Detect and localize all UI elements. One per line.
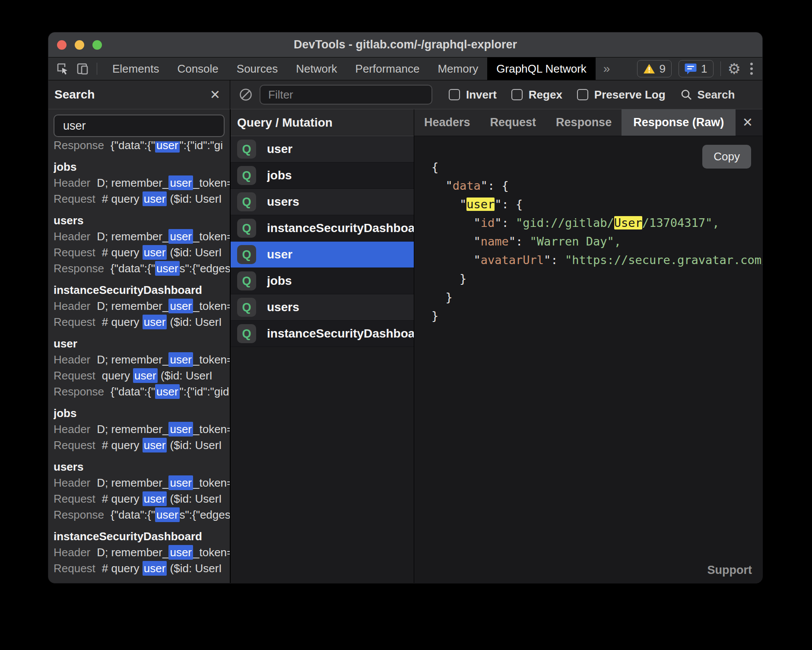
search-result-line[interactable]: users	[54, 459, 230, 475]
result-text: # query user ($id: UserI	[102, 562, 222, 575]
filter-input[interactable]	[260, 85, 432, 105]
result-field-label: Header	[54, 230, 90, 243]
search-result-line[interactable]: Request # query user ($id: UserI	[54, 561, 230, 577]
filter-checkbox[interactable]: Preserve Log	[577, 88, 666, 102]
search-input[interactable]	[54, 115, 225, 137]
result-text: D; remember_user_token=e	[97, 423, 230, 436]
search-result-line[interactable]: Request query user ($id: UserI	[54, 368, 230, 384]
result-field-label: Request	[54, 192, 95, 206]
detail-tab[interactable]: Response	[546, 109, 622, 136]
search-result-line[interactable]: jobs	[54, 159, 230, 175]
close-search-panel-icon[interactable]: ✕	[210, 89, 220, 101]
detail-tab[interactable]: Headers	[414, 109, 480, 136]
query-row[interactable]: Q users	[231, 189, 414, 215]
search-panel-title: Search	[54, 88, 95, 102]
kebab-menu-icon[interactable]	[748, 63, 755, 75]
filter-checkbox[interactable]: Regex	[511, 88, 562, 102]
query-row[interactable]: Q instanceSecurityDashboard	[231, 215, 414, 242]
search-result-line[interactable]: Request # query user ($id: UserI	[54, 245, 230, 261]
search-result-line[interactable]: Header D; remember_user_token=e	[54, 352, 230, 368]
query-row[interactable]: Q users	[231, 294, 414, 321]
inspect-element-icon[interactable]	[56, 62, 69, 75]
detail-tab[interactable]: Response (Raw)	[622, 109, 736, 136]
result-text: users	[54, 460, 83, 474]
search-result-line[interactable]: instanceSecurityDashboard	[54, 529, 230, 545]
checkbox-box[interactable]	[449, 89, 460, 100]
query-type-badge: Q	[237, 140, 256, 159]
query-type-badge: Q	[237, 298, 256, 317]
block-requests-icon[interactable]	[239, 88, 253, 102]
search-result-line[interactable]: Request # query user ($id: UserI	[54, 191, 230, 207]
network-search-button[interactable]: Search	[680, 88, 735, 102]
search-result-line[interactable]: Request # query user ($id: UserI	[54, 314, 230, 330]
result-field-label: Request	[54, 369, 95, 382]
checkbox-box[interactable]	[511, 89, 523, 100]
result-text: {"data":{"users":{"edges	[111, 508, 230, 522]
search-result-line[interactable]: Request # query user ($id: UserI	[54, 491, 230, 507]
result-field-label: Header	[54, 476, 90, 490]
search-result-line[interactable]: users	[54, 213, 230, 229]
window-title: DevTools - gitlab.com/-/graphql-explorer	[48, 32, 762, 57]
search-result-line[interactable]: Request # query user ($id: UserI	[54, 437, 230, 453]
result-text: {"data":{"user":{"id":"gid	[111, 385, 229, 398]
search-result-line[interactable]: user	[54, 336, 230, 352]
search-result-line[interactable]: jobs	[54, 405, 230, 421]
query-name: jobs	[267, 169, 292, 182]
search-result-line[interactable]: instanceSecurityDashboard	[54, 282, 230, 298]
query-type-badge: Q	[237, 324, 256, 343]
query-row[interactable]: Q jobs	[231, 268, 414, 294]
search-result-line[interactable]: Header D; remember_user_token=e	[54, 229, 230, 245]
detail-tab[interactable]: Request	[480, 109, 546, 136]
query-type-badge: Q	[237, 192, 256, 211]
devtools-window: DevTools - gitlab.com/-/graphql-explorer…	[48, 32, 763, 583]
result-text: D; remember_user_token=e	[97, 230, 230, 243]
devtools-tab[interactable]: Performance	[346, 57, 429, 80]
result-text: # query user ($id: UserI	[102, 246, 222, 259]
result-text: D; remember_user_token=e	[97, 176, 230, 190]
devtools-tabs: ElementsConsoleSourcesNetworkPerformance…	[103, 57, 596, 80]
warnings-badge[interactable]: 9	[637, 60, 672, 77]
device-toolbar-icon[interactable]	[76, 62, 90, 75]
devtools-tab[interactable]: Elements	[103, 57, 168, 80]
query-row[interactable]: Q jobs	[231, 162, 414, 189]
result-field-label: Header	[54, 546, 90, 559]
issues-badge[interactable]: 1	[679, 60, 713, 77]
query-row[interactable]: Q user	[231, 242, 414, 268]
devtools-tab[interactable]: Memory	[428, 57, 487, 80]
search-result-line[interactable]: Response {"data":{"users":{"edges	[54, 261, 230, 277]
devtools-tab[interactable]: Console	[168, 57, 227, 80]
detail-panel: HeadersRequestResponseResponse (Raw) ✕ C…	[414, 109, 762, 583]
toolbar-separator	[97, 63, 97, 75]
query-row[interactable]: Q user	[231, 136, 414, 162]
search-result-line[interactable]: Header D; remember_user_token=e	[54, 421, 230, 437]
search-result-line[interactable]: Header D; remember_user_token=e	[54, 298, 230, 314]
json-line: "user": {	[431, 195, 762, 213]
result-field-label: Response	[54, 141, 104, 152]
search-result-line[interactable]: Response {"data":{"user":{"id":"gi	[54, 141, 230, 153]
result-field-label: Request	[54, 562, 95, 575]
result-text: # query user ($id: UserI	[102, 192, 222, 206]
issues-count: 1	[701, 62, 707, 76]
warnings-count: 9	[660, 62, 666, 76]
devtools-tab[interactable]: Network	[287, 57, 346, 80]
settings-gear-icon[interactable]: ⚙	[728, 61, 741, 76]
search-result-line[interactable]: Header D; remember_user_token=e	[54, 475, 230, 491]
copy-button[interactable]: Copy	[702, 145, 751, 169]
support-link[interactable]: Support	[707, 564, 752, 577]
search-result-line[interactable]: Response {"data":{"user":{"id":"gid	[54, 384, 230, 400]
search-result-line[interactable]: Header D; remember_user_token=e	[54, 175, 230, 191]
filter-checkbox[interactable]: Invert	[449, 88, 497, 102]
result-field-label: Header	[54, 300, 90, 313]
devtools-tab[interactable]: Sources	[228, 57, 287, 80]
message-icon	[685, 63, 697, 74]
search-result-line[interactable]: Response {"data":{"users":{"edges	[54, 507, 230, 523]
devtools-tab[interactable]: GraphQL Network	[487, 57, 596, 80]
query-list-header: Query / Mutation	[231, 109, 414, 136]
close-detail-icon[interactable]: ✕	[742, 116, 753, 129]
search-result-line[interactable]: Header D; remember_user_token=e	[54, 545, 230, 561]
query-type-badge: Q	[237, 219, 256, 238]
result-text: query user ($id: UserI	[102, 369, 213, 382]
checkbox-box[interactable]	[577, 89, 588, 100]
more-tabs-button[interactable]: »	[596, 57, 618, 80]
query-row[interactable]: Q instanceSecurityDashboard	[231, 321, 414, 347]
